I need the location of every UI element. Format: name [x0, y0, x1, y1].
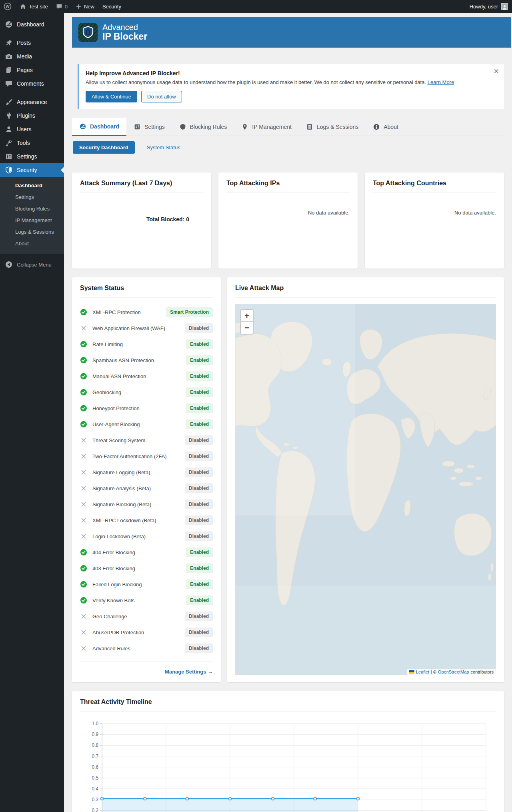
brush-icon: [5, 98, 13, 106]
plugin-logo: [78, 23, 98, 42]
card-title: Threat Activity Timeline: [80, 698, 496, 706]
status-row: Rate LimitingEnabled: [80, 336, 213, 352]
status-badge: Enabled: [186, 339, 213, 349]
submenu-about[interactable]: About: [0, 238, 64, 249]
openstreetmap-link[interactable]: OpenStreetMap: [438, 670, 469, 674]
zoom-in-button[interactable]: +: [241, 310, 253, 322]
live-attack-map-card: Live Attack Map: [227, 277, 504, 682]
learn-more-link[interactable]: Learn More: [428, 79, 454, 85]
avatar[interactable]: [501, 3, 508, 10]
wordpress-logo-menu[interactable]: W: [0, 0, 15, 13]
chart-point: [314, 797, 316, 800]
svg-text:1.0: 1.0: [92, 721, 98, 726]
map-zoom-control: + −: [240, 309, 254, 335]
svg-text:0.7: 0.7: [92, 754, 98, 759]
status-label: 404 Error Blocking: [92, 549, 135, 555]
subtab-security-dashboard[interactable]: Security Dashboard: [73, 141, 135, 154]
status-label: Verify Known Bots: [92, 597, 135, 603]
submenu-ip-management[interactable]: IP Management: [0, 215, 64, 226]
sidebar-item-pages[interactable]: Pages: [0, 63, 64, 77]
sidebar-item-media[interactable]: Media: [0, 50, 64, 63]
status-badge: Enabled: [186, 371, 213, 381]
world-map[interactable]: [235, 304, 496, 675]
tab-logs-sessions[interactable]: Logs & Sessions: [299, 118, 366, 136]
card-title: Top Attacking IPs: [226, 180, 350, 187]
tab-about[interactable]: About: [366, 118, 406, 136]
chart-point: [356, 797, 359, 800]
sidebar-item-posts[interactable]: Posts: [0, 36, 64, 50]
check-circle-icon: [80, 389, 87, 396]
sidebar-item-settings[interactable]: Settings: [0, 150, 64, 163]
check-circle-icon: [80, 597, 87, 604]
new-content-menu[interactable]: New: [72, 0, 98, 13]
x-icon: [80, 485, 87, 492]
submenu-settings[interactable]: Settings: [0, 191, 64, 203]
sidebar-item-dashboard[interactable]: Dashboard: [0, 18, 64, 31]
status-badge: Disabled: [185, 499, 213, 509]
leaflet-link[interactable]: Leaflet: [416, 670, 429, 674]
status-label: Advanced Rules: [92, 646, 130, 652]
manage-settings-link[interactable]: Manage Settings →: [165, 669, 213, 675]
status-row: Signature Blocking (Beta)Disabled: [80, 496, 213, 512]
tab-ip-management[interactable]: IP Management: [234, 118, 299, 136]
close-icon[interactable]: ✕: [494, 68, 499, 75]
submenu-dashboard[interactable]: Dashboard: [0, 180, 64, 191]
subtab-system-status[interactable]: System Status: [147, 144, 180, 150]
check-circle-icon: [80, 549, 87, 556]
map-attribution: Leaflet | © OpenStreetMap contributors: [407, 669, 496, 675]
sidebar-item-users[interactable]: Users: [0, 122, 64, 136]
submenu-logs-sessions[interactable]: Logs & Sessions: [0, 226, 64, 238]
shield-lock-icon: [81, 25, 95, 40]
status-badge: Enabled: [186, 387, 213, 397]
sidebar-item-plugins[interactable]: Plugins: [0, 109, 64, 122]
x-icon: [80, 437, 87, 444]
svg-text:0.9: 0.9: [92, 732, 98, 737]
status-row: GeoblockingEnabled: [80, 384, 213, 400]
site-name-link[interactable]: Test site: [16, 0, 52, 13]
tab-blocking-rules[interactable]: Blocking Rules: [172, 118, 234, 136]
status-label: Geoblocking: [92, 389, 121, 395]
sidebar-item-comments[interactable]: Comments: [0, 77, 64, 90]
list-icon: [306, 123, 313, 130]
notice-title: Help Improve Advanced IP Blocker!: [86, 70, 488, 76]
leaflet-map[interactable]: + − Leaflet | © OpenStreetMap contributo…: [235, 304, 496, 675]
submenu-blocking-rules[interactable]: Blocking Rules: [0, 203, 64, 215]
status-badge: Disabled: [185, 435, 213, 445]
status-badge: Disabled: [185, 451, 213, 461]
threat-activity-chart: 00.10.20.30.40.50.60.70.80.91.02025-10-2…: [80, 718, 496, 812]
main-content: Advanced IP Blocker ✕ Help Improve Advan…: [64, 13, 512, 812]
do-not-allow-button[interactable]: Do not allow: [141, 91, 182, 102]
status-row: XML-RPC Lockdown (Beta)Disabled: [80, 512, 213, 528]
status-label: Signature Logging (Beta): [92, 469, 150, 475]
notice-body: Allow us to collect anonymous usage data…: [86, 79, 426, 85]
status-label: Honeypot Protection: [92, 405, 140, 411]
sidebar-item-tools[interactable]: Tools: [0, 136, 64, 150]
status-badge: Enabled: [186, 355, 213, 365]
collapse-menu-button[interactable]: Collapse Menu: [0, 257, 64, 273]
status-badge: Disabled: [185, 612, 213, 621]
status-row: Signature Logging (Beta)Disabled: [80, 464, 213, 480]
x-icon: [80, 517, 87, 524]
status-label: Manual ASN Protection: [92, 373, 146, 379]
tab-dashboard[interactable]: Dashboard: [72, 118, 126, 136]
check-circle-icon: [80, 309, 87, 316]
pushpin-icon: [5, 39, 13, 47]
tab-settings[interactable]: Settings: [126, 118, 172, 136]
status-row: Verify Known BotsEnabled: [80, 592, 213, 608]
status-badge: Disabled: [185, 531, 213, 541]
allow-continue-button[interactable]: Allow & Continue: [86, 91, 137, 102]
attack-summary-card: Attack Summary (Last 7 Days) Total Block…: [72, 172, 211, 269]
status-row: Advanced RulesDisabled: [80, 640, 213, 656]
sidebar-item-appearance[interactable]: Appearance: [0, 95, 64, 109]
chart-point: [229, 797, 232, 800]
sidebar-item-security[interactable]: Security: [0, 163, 64, 177]
status-badge: Smart Protection: [166, 307, 213, 317]
comments-bubble[interactable]: 0: [52, 0, 71, 13]
system-status-list: XML-RPC ProtectionSmart ProtectionWeb Ap…: [80, 304, 213, 656]
card-title: Live Attack Map: [235, 285, 496, 292]
svg-text:0.4: 0.4: [92, 786, 98, 792]
howdy-user[interactable]: Howdy, user: [470, 4, 498, 10]
zoom-out-button[interactable]: −: [241, 322, 253, 334]
security-adminbar-link[interactable]: Security: [99, 0, 125, 13]
svg-text:0.6: 0.6: [92, 764, 98, 770]
